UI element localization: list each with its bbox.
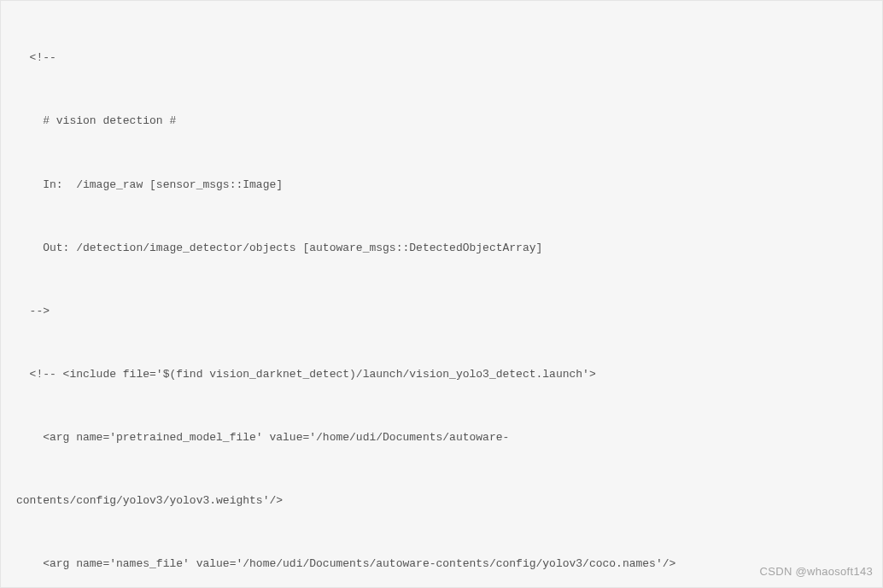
code-line: Out: /detection/image_detector/objects [… — [1, 238, 882, 259]
code-line: <!-- — [1, 48, 882, 69]
code-block: <!-- # vision detection # In: /image_raw… — [0, 0, 883, 588]
watermark: CSDN @whaosoft143 — [760, 562, 873, 583]
code-line: <arg name='pretrained_model_file' value=… — [1, 428, 882, 449]
code-line: <arg name='names_file' value='/home/udi/… — [1, 554, 882, 575]
code-line: contents/config/yolov3/yolov3.weights'/> — [1, 491, 882, 512]
code-line: --> — [1, 301, 882, 323]
code-line: # vision detection # — [1, 111, 882, 132]
code-line: In: /image_raw [sensor_msgs::Image] — [1, 175, 882, 196]
code-line: <!-- <include file='$(find vision_darkne… — [1, 364, 882, 386]
